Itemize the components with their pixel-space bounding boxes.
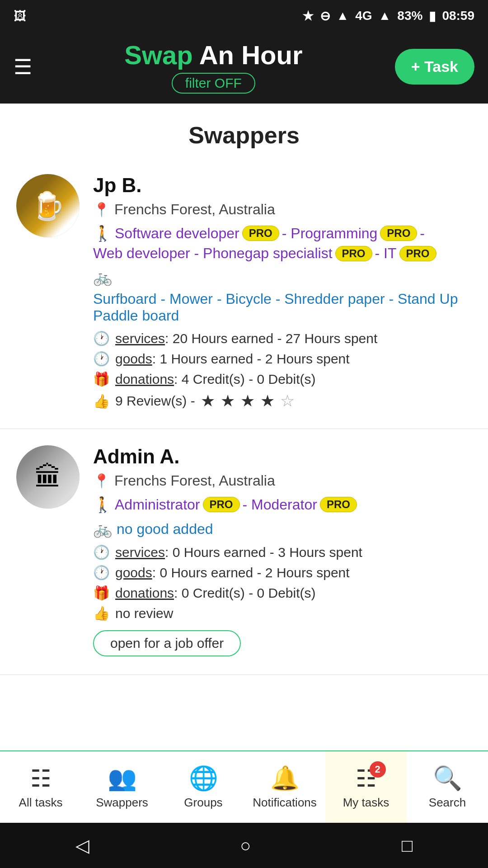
star4-jp: ★	[260, 392, 275, 410]
nav-search[interactable]: 🔍 Search	[407, 751, 488, 823]
wifi-icon: ▲	[337, 9, 349, 23]
my-tasks-badge: 2	[370, 761, 386, 778]
clock-icon2-jp: 🕐	[93, 351, 110, 367]
card-info-jp: Jp B. 📍 Frenchs Forest, Australia 🚶 Soft…	[93, 174, 472, 410]
all-tasks-icon: ☷	[30, 765, 52, 792]
goods-admin: 🚲 no good added	[93, 520, 472, 538]
status-left: 🖼	[14, 9, 26, 24]
dnd-icon: ⊖	[320, 9, 330, 24]
title-rest: An Hour	[193, 40, 303, 70]
nav-groups[interactable]: 🌐 Groups	[163, 751, 244, 823]
my-tasks-badge-wrap: ☷ 2	[356, 765, 377, 792]
card-info-admin: Admin A. 📍 Frenchs Forest, Australia 🚶 A…	[93, 445, 472, 656]
signal-icon: ▲	[379, 9, 391, 23]
title-swap: Swap	[124, 40, 193, 70]
avatar-jp: 🍺	[16, 174, 80, 237]
recent-button[interactable]: □	[402, 835, 413, 856]
services-stat-admin: 🕐 services: 0 Hours earned - 3 Hours spe…	[93, 544, 472, 560]
thumbsup-icon-admin: 👍	[93, 605, 110, 621]
network-label: 4G	[355, 9, 372, 23]
search-icon: 🔍	[433, 764, 462, 792]
location-icon-admin: 📍	[93, 473, 110, 489]
skills-jp: 🚶 Software developer PRO - Programming P…	[93, 224, 472, 262]
status-right: ★ ⊖ ▲ 4G ▲ 83% ▮ 08:59	[302, 9, 474, 24]
swappers-label: Swappers	[96, 796, 148, 810]
filter-badge[interactable]: filter OFF	[172, 73, 255, 94]
bicycle-icon-jp: 🚲	[93, 268, 112, 286]
clock-icon-jp: 🕐	[93, 330, 110, 346]
search-label: Search	[429, 796, 466, 810]
pro-badge-admin1: PRO	[203, 497, 240, 512]
home-button[interactable]: ○	[240, 835, 251, 856]
location-jp: 📍 Frenchs Forest, Australia	[93, 201, 472, 218]
star1-jp: ★	[201, 392, 215, 410]
gift-icon-admin: 🎁	[93, 585, 110, 601]
system-nav: ◁ ○ □	[0, 823, 488, 868]
photo-icon: 🖼	[14, 9, 26, 24]
bottom-nav: ☷ All tasks 👥 Swappers 🌐 Groups 🔔 Notifi…	[0, 750, 488, 823]
services-stat-jp: 🕐 services: 20 Hours earned - 27 Hours s…	[93, 330, 472, 346]
reviews-jp: 👍 9 Review(s) - ★ ★ ★ ★ ☆	[93, 392, 472, 410]
pro-badge: PRO	[242, 226, 279, 241]
star2-jp: ★	[221, 392, 235, 410]
hamburger-menu[interactable]: ☰	[14, 55, 32, 79]
clock-icon2-admin: 🕐	[93, 565, 110, 580]
page-title: Swappers	[0, 104, 488, 158]
swapper-name-jp: Jp B.	[93, 174, 472, 197]
donations-stat-jp: 🎁 donations: 4 Credit(s) - 0 Debit(s)	[93, 371, 472, 387]
app-title: Swap An Hour	[124, 40, 302, 70]
swappers-icon: 👥	[108, 764, 137, 792]
top-nav: ☰ Swap An Hour filter OFF + Task	[0, 32, 488, 104]
goods-jp: 🚲 Surfboard - Mower - Bicycle - Shredder…	[93, 268, 472, 324]
person-icon-jp: 🚶	[93, 224, 112, 242]
all-tasks-label: All tasks	[19, 796, 63, 810]
nav-all-tasks[interactable]: ☷ All tasks	[0, 751, 81, 823]
pro-badge: PRO	[399, 246, 436, 261]
pro-badge: PRO	[380, 226, 417, 241]
location-admin: 📍 Frenchs Forest, Australia	[93, 472, 472, 489]
notifications-icon: 🔔	[270, 764, 300, 792]
donations-stat-admin: 🎁 donations: 0 Credit(s) - 0 Debit(s)	[93, 585, 472, 601]
app-title-area: Swap An Hour filter OFF	[124, 40, 302, 94]
person-icon-admin: 🚶	[93, 495, 112, 514]
goods-stat-admin: 🕐 goods: 0 Hours earned - 2 Hours spent	[93, 565, 472, 580]
my-tasks-label: My tasks	[343, 796, 389, 810]
battery-label: 83%	[397, 9, 422, 23]
swapper-name-admin: Admin A.	[93, 445, 472, 468]
content-area: 🍺 Jp B. 📍 Frenchs Forest, Australia 🚶 So…	[0, 158, 488, 797]
reviews-admin: 👍 no review	[93, 605, 472, 621]
goods-stat-jp: 🕐 goods: 1 Hours earned - 2 Hours spent	[93, 351, 472, 367]
gift-icon-jp: 🎁	[93, 371, 110, 387]
nav-my-tasks[interactable]: ☷ 2 My tasks	[325, 751, 407, 823]
add-task-button[interactable]: + Task	[395, 49, 474, 85]
job-offer-badge: open for a job offer	[93, 630, 241, 656]
groups-icon: 🌐	[189, 764, 218, 792]
nav-swappers[interactable]: 👥 Swappers	[81, 751, 163, 823]
battery-icon: ▮	[429, 9, 436, 24]
time-label: 08:59	[442, 9, 474, 23]
location-icon-jp: 📍	[93, 202, 110, 217]
notifications-label: Notifications	[253, 796, 317, 810]
bluetooth-icon: ★	[302, 9, 314, 24]
avatar-admin: 🏛	[16, 445, 80, 509]
pro-badge-admin2: PRO	[320, 497, 357, 512]
star3-jp: ★	[240, 392, 255, 410]
status-bar: 🖼 ★ ⊖ ▲ 4G ▲ 83% ▮ 08:59	[0, 0, 488, 32]
bicycle-icon-admin: 🚲	[93, 520, 112, 538]
thumbsup-icon-jp: 👍	[93, 393, 110, 409]
swapper-card-jp[interactable]: 🍺 Jp B. 📍 Frenchs Forest, Australia 🚶 So…	[0, 158, 488, 429]
clock-icon-admin: 🕐	[93, 544, 110, 560]
pro-badge: PRO	[335, 246, 372, 261]
nav-notifications[interactable]: 🔔 Notifications	[244, 751, 325, 823]
back-button[interactable]: ◁	[75, 835, 89, 856]
swapper-card-admin[interactable]: 🏛 Admin A. 📍 Frenchs Forest, Australia 🚶…	[0, 429, 488, 675]
skills-admin: 🚶 Administrator PRO - Moderator PRO	[93, 495, 472, 514]
groups-label: Groups	[184, 796, 222, 810]
star5-jp: ☆	[280, 392, 295, 410]
